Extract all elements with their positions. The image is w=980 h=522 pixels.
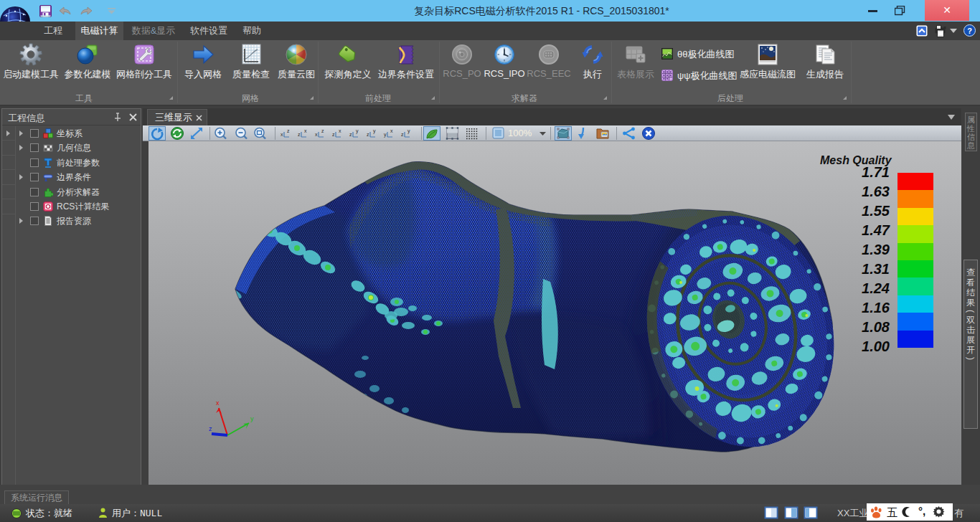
svg-text:z: z: [401, 132, 404, 137]
svg-text:y: y: [250, 415, 254, 422]
svg-text:z: z: [321, 128, 324, 133]
svg-text:z: z: [209, 425, 212, 432]
svg-text:x: x: [339, 128, 341, 133]
svg-text:y: y: [373, 128, 376, 134]
svg-text:x: x: [390, 128, 393, 133]
svg-text:x: x: [281, 132, 283, 137]
svg-text:?: ?: [967, 27, 972, 35]
svg-text:x: x: [216, 399, 220, 407]
svg-text:y: y: [356, 128, 359, 134]
svg-text:z: z: [349, 132, 352, 137]
svg-text:z: z: [298, 132, 301, 137]
svg-text:y: y: [407, 128, 410, 134]
svg-text:z: z: [367, 132, 369, 137]
svg-text:z: z: [332, 132, 335, 137]
svg-text:x: x: [304, 128, 307, 133]
svg-text:y: y: [384, 132, 387, 138]
svg-text:x: x: [315, 132, 318, 137]
svg-text:z: z: [287, 128, 290, 133]
